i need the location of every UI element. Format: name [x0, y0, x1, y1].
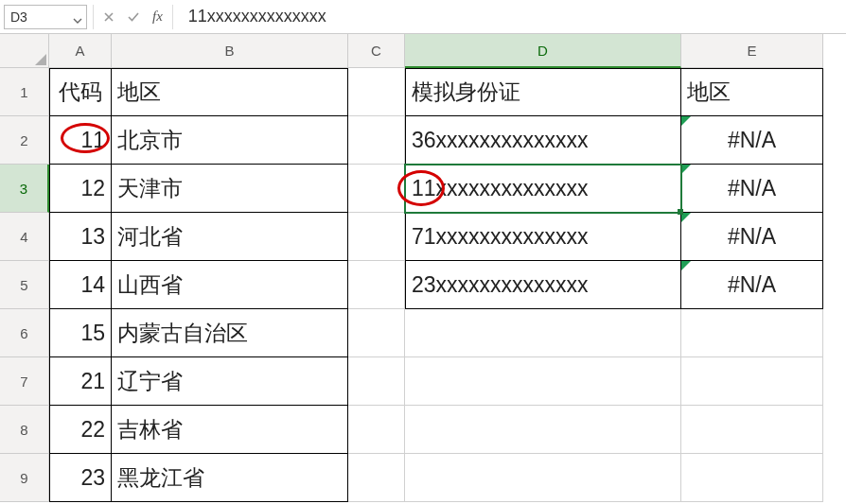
cell-B7[interactable]: 辽宁省	[112, 357, 348, 406]
row-header-2[interactable]: 2	[0, 116, 49, 165]
cell-A2[interactable]: 11	[49, 116, 112, 165]
chevron-down-icon[interactable]	[73, 13, 82, 28]
cell-D1[interactable]: 模拟身份证	[405, 68, 681, 116]
cell-A4[interactable]: 13	[49, 213, 112, 261]
cell-B5[interactable]: 山西省	[112, 261, 348, 309]
name-box-value: D3	[10, 9, 27, 25]
col-header-D[interactable]: D	[405, 34, 681, 68]
cell-E7[interactable]	[681, 357, 823, 406]
row-header-5[interactable]: 5	[0, 261, 49, 309]
cell-E1[interactable]: 地区	[681, 68, 823, 116]
cell-E8[interactable]	[681, 406, 823, 454]
row-header-7[interactable]: 7	[0, 357, 49, 406]
cell-E9[interactable]	[681, 454, 823, 502]
cell-A7[interactable]: 21	[49, 357, 112, 406]
cell-B3[interactable]: 天津市	[112, 165, 348, 213]
cell-C7[interactable]	[348, 357, 405, 406]
cell-D6[interactable]	[405, 309, 681, 357]
cell-A9[interactable]: 23	[49, 454, 112, 502]
cell-D4[interactable]: 71xxxxxxxxxxxxxx	[405, 213, 681, 261]
cell-D3[interactable]: 11xxxxxxxxxxxxxx	[405, 165, 681, 213]
cancel-icon[interactable]	[99, 8, 118, 26]
cell-C8[interactable]	[348, 406, 405, 454]
cell-E4[interactable]: #N/A	[681, 213, 823, 261]
col-header-E[interactable]: E	[681, 34, 823, 68]
cell-C5[interactable]	[348, 261, 405, 309]
cell-C3[interactable]	[348, 165, 405, 213]
row-header-1[interactable]: 1	[0, 68, 49, 116]
spreadsheet-grid[interactable]: A B C D E 1 代码 地区 模拟身份证 地区 2 11 北京市 36xx…	[0, 34, 846, 502]
row-header-9[interactable]: 9	[0, 454, 49, 502]
cell-B4[interactable]: 河北省	[112, 213, 348, 261]
cell-E3[interactable]: #N/A	[681, 165, 823, 213]
cell-A5[interactable]: 14	[49, 261, 112, 309]
cell-E6[interactable]	[681, 309, 823, 357]
cell-E2[interactable]: #N/A	[681, 116, 823, 165]
formula-input[interactable]	[179, 5, 842, 29]
row-header-4[interactable]: 4	[0, 213, 49, 261]
cell-C2[interactable]	[348, 116, 405, 165]
cell-D2[interactable]: 36xxxxxxxxxxxxxx	[405, 116, 681, 165]
cell-C1[interactable]	[348, 68, 405, 116]
cell-D5[interactable]: 23xxxxxxxxxxxxxx	[405, 261, 681, 309]
cell-B6[interactable]: 内蒙古自治区	[112, 309, 348, 357]
cell-D8[interactable]	[405, 406, 681, 454]
column-headers: A B C D E	[0, 34, 846, 68]
cell-B1[interactable]: 地区	[112, 68, 348, 116]
separator	[172, 5, 173, 29]
cell-C9[interactable]	[348, 454, 405, 502]
cell-B8[interactable]: 吉林省	[112, 406, 348, 454]
col-header-C[interactable]: C	[348, 34, 405, 68]
cell-B2[interactable]: 北京市	[112, 116, 348, 165]
separator	[93, 5, 94, 29]
formula-bar: D3 fx	[0, 0, 846, 34]
cell-A3[interactable]: 12	[49, 165, 112, 213]
confirm-icon[interactable]	[124, 8, 143, 26]
cell-A1[interactable]: 代码	[49, 68, 112, 116]
col-header-A[interactable]: A	[49, 34, 112, 68]
cell-D7[interactable]	[405, 357, 681, 406]
cell-B9[interactable]: 黑龙江省	[112, 454, 348, 502]
fx-icon[interactable]: fx	[149, 9, 167, 25]
cell-C4[interactable]	[348, 213, 405, 261]
cell-A6[interactable]: 15	[49, 309, 112, 357]
select-all-corner[interactable]	[0, 34, 49, 68]
row-header-8[interactable]: 8	[0, 406, 49, 454]
row-header-3[interactable]: 3	[0, 165, 49, 213]
name-box[interactable]: D3	[4, 5, 87, 29]
cell-A8[interactable]: 22	[49, 406, 112, 454]
cell-C6[interactable]	[348, 309, 405, 357]
cell-D9[interactable]	[405, 454, 681, 502]
row-header-6[interactable]: 6	[0, 309, 49, 357]
col-header-B[interactable]: B	[112, 34, 348, 68]
cell-E5[interactable]: #N/A	[681, 261, 823, 309]
